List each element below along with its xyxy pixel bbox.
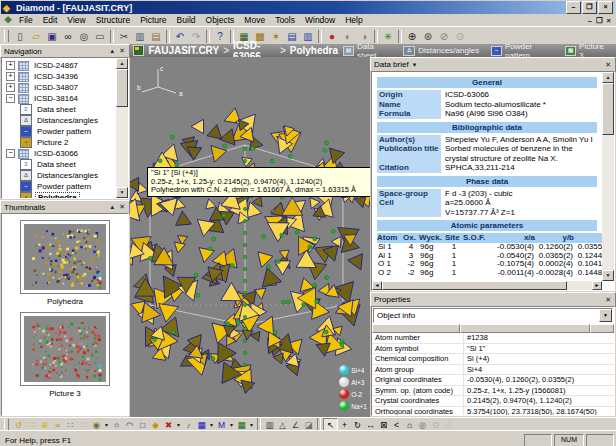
scroll-left-icon[interactable]: ◄	[372, 281, 382, 290]
menu-build[interactable]: Build	[172, 15, 201, 25]
atom-cluster-icon[interactable]: ∷	[25, 419, 38, 431]
tab-distances-angles[interactable]: ΔDistances/angles	[398, 45, 484, 57]
collapse-icon[interactable]: −	[6, 94, 15, 103]
tree-item-powder-pattern[interactable]: ~Powder pattern	[2, 181, 116, 192]
copy-icon[interactable]: ▥	[132, 29, 148, 44]
expand-icon[interactable]: +	[6, 72, 15, 81]
home-view-icon[interactable]: ⌂	[403, 419, 416, 431]
distance-measure-icon[interactable]: △	[276, 419, 289, 431]
chevron-down-icon[interactable]: ▾	[412, 61, 418, 69]
plane-measure-icon[interactable]: ◪	[302, 419, 315, 431]
thumbnail-polyhedra[interactable]: Polyhedra	[19, 220, 111, 306]
print-icon[interactable]: ▭	[92, 29, 108, 44]
tree-item-distances-angles[interactable]: ΔDistances/angles	[2, 170, 116, 181]
print-preview-icon[interactable]: ◎	[76, 29, 92, 44]
structure-viewport[interactable]: cba "Si 1" [Si (+4)]0.25-z, 1+x, 1.25-y:…	[130, 57, 370, 417]
property-row[interactable]: Atom symbol"Si 1"	[372, 344, 614, 355]
menu-structure[interactable]: Structure	[91, 15, 136, 25]
angle-measure-icon[interactable]: ∠	[289, 419, 302, 431]
tree-item-icsd-34807[interactable]: +ICSD-34807	[2, 82, 116, 93]
scroll-up-icon[interactable]: ▲	[602, 72, 614, 83]
property-row[interactable]: Atom number#1238	[372, 333, 614, 344]
new-document-icon[interactable]: ▯	[12, 29, 28, 44]
move-tool-icon[interactable]: +	[338, 419, 351, 431]
ghost-a-icon[interactable]: ⊙	[429, 419, 442, 431]
spin-view-icon[interactable]: ◎	[416, 419, 429, 431]
scroll-thumb[interactable]	[382, 281, 567, 290]
scroll-right-icon[interactable]: ►	[592, 281, 602, 290]
ghost-b-icon[interactable]: ⊙	[442, 419, 455, 431]
close-icon[interactable]: ✕	[604, 61, 612, 69]
object-info-select[interactable]: Object info ▼	[373, 308, 613, 323]
tree-item-icsd-24867[interactable]: +ICSD-24867	[2, 60, 116, 71]
close-icon[interactable]: ✕	[118, 203, 126, 211]
measure-tool-icon[interactable]: M	[215, 419, 228, 431]
pin-icon[interactable]: ▴	[110, 47, 116, 55]
connect-atoms-icon[interactable]: ∝	[51, 419, 64, 431]
tree-item-data-sheet[interactable]: ≡Data sheet	[2, 104, 116, 115]
close-icon[interactable]: ✕	[118, 47, 126, 55]
table-row[interactable]: Al 1396g1-0.0540(2)0.0365(2)0.1244(2)	[377, 252, 602, 261]
cut-icon[interactable]: ✂	[116, 29, 132, 44]
insert-atom-icon[interactable]: ⊕	[38, 419, 51, 431]
toolbar-grip[interactable]	[4, 419, 9, 431]
menu-view[interactable]: View	[62, 15, 90, 25]
arc-tool-icon[interactable]: ◠	[123, 419, 136, 431]
breadcrumb-segment[interactable]: Polyhedra	[290, 45, 338, 56]
powder-diagram-icon[interactable]: ▥	[263, 419, 276, 431]
scroll-up-icon[interactable]: ▲	[116, 58, 128, 69]
mdi-restore-button[interactable]: ❐	[596, 16, 603, 25]
open-file-icon[interactable]: ▱	[28, 29, 44, 44]
menu-help[interactable]: Help	[340, 15, 367, 25]
tree-item-picture-2[interactable]: ▪Picture 2	[2, 137, 116, 148]
destroy-tool-icon[interactable]: ✖	[162, 419, 175, 431]
menu-picture[interactable]: Picture	[135, 15, 171, 25]
ghost-molecule-icon[interactable]: ∷	[77, 419, 90, 431]
rotate-fragment-icon[interactable]: ↺	[12, 419, 25, 431]
molecule-group-icon[interactable]: ∷	[64, 419, 77, 431]
close-icon[interactable]: ✕	[604, 296, 612, 304]
find-icon[interactable]: ∞	[60, 29, 76, 44]
translate-tool-icon[interactable]: ↔	[364, 419, 377, 431]
zoom-tool-icon[interactable]: ⊠	[377, 419, 390, 431]
tree-item-data-sheet[interactable]: ≡Data sheet	[2, 159, 116, 170]
tree-item-icsd-38164[interactable]: −ICSD-38164	[2, 93, 116, 104]
mdi-minimize-button[interactable]: –	[588, 16, 592, 25]
scroll-thumb[interactable]	[116, 69, 128, 107]
table-row[interactable]: O 1-296g1-0.1075(4)0.0002(4)0.1041(4)	[377, 260, 602, 269]
property-row[interactable]: Symm. op. (atom code)0.25-z, 1+x, 1.25-y…	[372, 386, 614, 397]
table-row[interactable]: Si 1496g1-0.0530(4)0.1260(2)0.0355(2)	[377, 243, 602, 252]
menu-tools[interactable]: Tools	[270, 15, 300, 25]
picture-settings-icon[interactable]: ▦	[235, 419, 248, 431]
toolbar-grip[interactable]	[4, 30, 9, 42]
property-row[interactable]: Crystal coordinates0.2145(2), 0.9470(4),…	[372, 396, 614, 407]
menu-objects[interactable]: Objects	[201, 15, 240, 25]
property-row[interactable]: Original coordinates-0.0530(4), 0.1260(2…	[372, 375, 614, 386]
ring-tool-icon[interactable]: ○	[110, 419, 123, 431]
property-row[interactable]: Chemical compositionSi (+4)	[372, 354, 614, 365]
data-brief-vscrollbar[interactable]: ▲ ▼	[602, 72, 614, 281]
navigation-scrollbar[interactable]: ▲ ▼	[116, 58, 128, 198]
tree-item-polyhedra[interactable]: ▪Polyhedra	[2, 192, 116, 199]
breadcrumb-segment[interactable]: FAUJASIT.CRY	[148, 45, 219, 56]
data-brief-hscrollbar[interactable]: ◄ ►	[372, 281, 602, 290]
expand-icon[interactable]: +	[6, 83, 15, 92]
property-row[interactable]: Atom groupSi+4	[372, 365, 614, 376]
minimize-button[interactable]: –	[566, 1, 581, 14]
scroll-thumb[interactable]	[602, 83, 614, 135]
table-row[interactable]: O 2-296g1-0.0011(4)-0.0028(4)0.1448(4)	[377, 269, 602, 278]
menu-move[interactable]: Move	[239, 15, 270, 25]
crystal-structure-rendering[interactable]	[130, 57, 370, 417]
close-button[interactable]: ×	[598, 1, 613, 14]
render-sphere-icon[interactable]: ◉	[90, 419, 103, 431]
fill-cell-tool-icon[interactable]: ▦	[195, 419, 208, 431]
step-back-icon[interactable]: <	[390, 419, 403, 431]
polyhedra-tool-icon[interactable]: ◆	[149, 419, 162, 431]
tree-item-distances-angles[interactable]: ΔDistances/angles	[2, 115, 116, 126]
unit-cell-tool-icon[interactable]: □	[136, 419, 149, 431]
expand-icon[interactable]: +	[6, 61, 15, 70]
menu-file[interactable]: File	[14, 15, 38, 25]
menu-window[interactable]: Window	[300, 15, 340, 25]
menu-edit[interactable]: Edit	[38, 15, 63, 25]
save-file-icon[interactable]: ▣	[44, 29, 60, 44]
